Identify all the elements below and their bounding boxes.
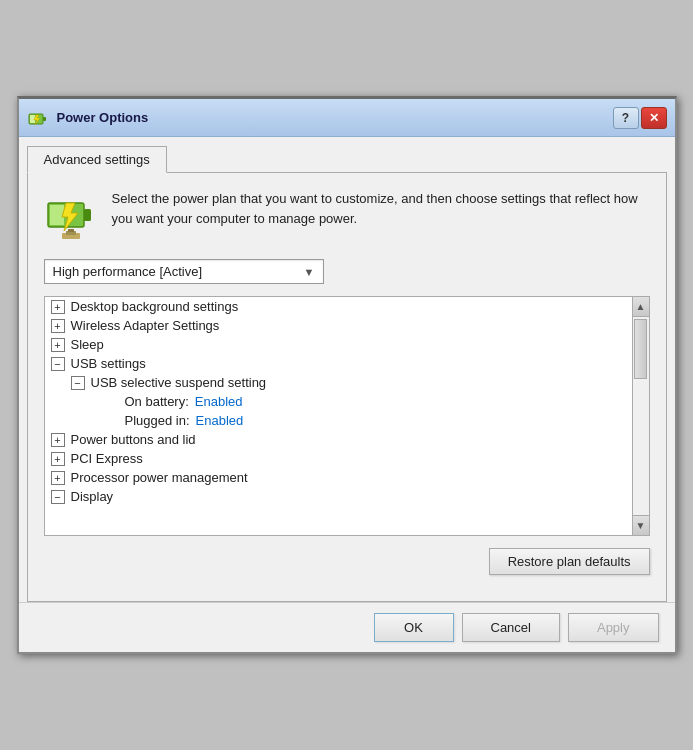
tree-item-pci[interactable]: + PCI Express: [45, 449, 632, 468]
tree-label: PCI Express: [71, 451, 143, 466]
dropdown-selected: High performance [Active]: [53, 264, 203, 279]
tree-label: Display: [71, 489, 114, 504]
scrollbar[interactable]: ▲ ▼: [632, 297, 649, 535]
expand-icon[interactable]: −: [51, 490, 65, 504]
close-button[interactable]: ✕: [641, 107, 667, 129]
titlebar-buttons: ? ✕: [613, 107, 667, 129]
expand-icon[interactable]: +: [51, 338, 65, 352]
on-battery-value: Enabled: [195, 394, 243, 409]
expand-icon[interactable]: +: [51, 471, 65, 485]
tree-label: USB settings: [71, 356, 146, 371]
cancel-button[interactable]: Cancel: [462, 613, 560, 642]
tree-item-usb[interactable]: − USB settings: [45, 354, 632, 373]
apply-button[interactable]: Apply: [568, 613, 659, 642]
tree-label: Power buttons and lid: [71, 432, 196, 447]
tree-label: Sleep: [71, 337, 104, 352]
battery-icon: [44, 189, 98, 243]
tab-advanced-settings[interactable]: Advanced settings: [27, 146, 167, 173]
scroll-up-button[interactable]: ▲: [633, 297, 649, 317]
scroll-thumb[interactable]: [634, 319, 647, 379]
expand-icon[interactable]: +: [51, 452, 65, 466]
dialog-title: Power Options: [57, 110, 613, 125]
svg-rect-8: [68, 229, 74, 232]
tree-label: Wireless Adapter Settings: [71, 318, 220, 333]
expand-icon[interactable]: +: [51, 300, 65, 314]
svg-rect-1: [43, 117, 46, 121]
expand-icon[interactable]: +: [51, 319, 65, 333]
tree-item-processor[interactable]: + Processor power management: [45, 468, 632, 487]
help-button[interactable]: ?: [613, 107, 639, 129]
info-section: Select the power plan that you want to c…: [44, 189, 650, 243]
on-battery-label: On battery:: [125, 394, 189, 409]
expand-icon[interactable]: −: [71, 376, 85, 390]
chevron-down-icon: ▼: [304, 266, 315, 278]
content-area: Select the power plan that you want to c…: [27, 172, 667, 602]
svg-rect-5: [50, 205, 64, 225]
ok-button[interactable]: OK: [374, 613, 454, 642]
expand-icon[interactable]: −: [51, 357, 65, 371]
dropdown-row: High performance [Active] ▼: [44, 259, 650, 284]
tree-item-usb-suspend[interactable]: − USB selective suspend setting: [45, 373, 632, 392]
titlebar: Power Options ? ✕: [19, 99, 675, 137]
settings-tree[interactable]: + Desktop background settings + Wireless…: [44, 296, 650, 536]
plugged-in-value: Enabled: [196, 413, 244, 428]
power-options-dialog: Power Options ? ✕ Advanced settings: [17, 96, 677, 654]
tree-label: Desktop background settings: [71, 299, 239, 314]
tree-item-desktop-bg[interactable]: + Desktop background settings: [45, 297, 632, 316]
plugged-in-label: Plugged in:: [125, 413, 190, 428]
tree-label: USB selective suspend setting: [91, 375, 267, 390]
tree-item-power-buttons[interactable]: + Power buttons and lid: [45, 430, 632, 449]
bottom-bar: OK Cancel Apply: [19, 602, 675, 652]
tab-area: Advanced settings: [19, 137, 675, 172]
tree-item-display[interactable]: − Display: [45, 487, 632, 506]
tree-label: Processor power management: [71, 470, 248, 485]
titlebar-icon: [27, 107, 49, 129]
scroll-down-button[interactable]: ▼: [633, 515, 649, 535]
expand-icon[interactable]: +: [51, 433, 65, 447]
tree-item-sleep[interactable]: + Sleep: [45, 335, 632, 354]
tree-item-plugged-in[interactable]: Plugged in: Enabled: [45, 411, 632, 430]
tree-item-wireless[interactable]: + Wireless Adapter Settings: [45, 316, 632, 335]
restore-plan-button[interactable]: Restore plan defaults: [489, 548, 650, 575]
svg-rect-4: [84, 209, 91, 221]
info-text: Select the power plan that you want to c…: [112, 189, 650, 228]
tree-item-on-battery[interactable]: On battery: Enabled: [45, 392, 632, 411]
plan-dropdown[interactable]: High performance [Active] ▼: [44, 259, 324, 284]
